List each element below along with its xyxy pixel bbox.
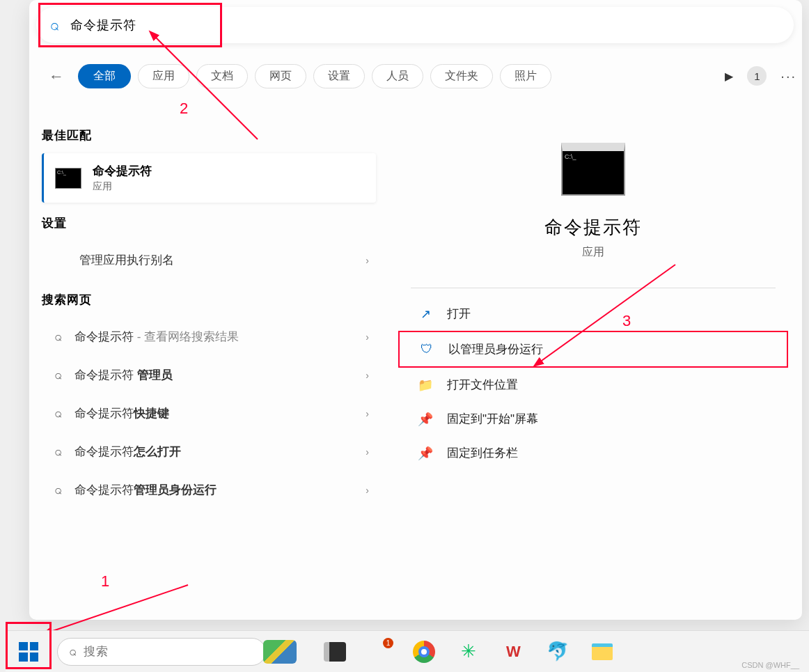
web-result-4[interactable]: ⌕ 命令提示符管理员身份运行 › xyxy=(42,471,376,509)
top-right-controls: ▶ 1 ··· xyxy=(725,66,796,86)
back-arrow-icon[interactable]: ← xyxy=(49,68,64,86)
tab-web[interactable]: 网页 xyxy=(255,64,306,88)
settings-item-alias[interactable]: 管理应用执行别名 › xyxy=(42,241,376,279)
section-web: 搜索网页 xyxy=(42,292,376,308)
web-bold: 怎么打开 xyxy=(134,445,181,458)
web-prefix: 命令提示符 xyxy=(74,407,134,420)
wechat-icon[interactable]: ✳ xyxy=(457,640,480,664)
taskbar-search[interactable]: ⌕ 搜索 xyxy=(57,638,266,666)
search-icon: ⌕ xyxy=(54,406,62,421)
web-result-3[interactable]: ⌕ 命令提示符怎么打开 › xyxy=(42,432,376,471)
play-icon[interactable]: ▶ xyxy=(725,70,733,83)
firefox-icon[interactable]: 1 xyxy=(368,640,391,664)
shield-icon: 🛡 xyxy=(419,342,434,357)
dolphin-icon[interactable]: 🐬 xyxy=(546,640,570,664)
cmd-icon-large xyxy=(561,143,625,196)
tab-all[interactable]: 全部 xyxy=(78,64,131,88)
chevron-right-icon: › xyxy=(366,255,369,266)
action-pin-taskbar[interactable]: 📌 固定到任务栏 xyxy=(398,436,788,470)
web-bold: 管理员身份运行 xyxy=(134,483,217,497)
settings-item-text: 管理应用执行别名 xyxy=(79,252,174,268)
web-result-2[interactable]: ⌕ 命令提示符快捷键 › xyxy=(42,394,376,432)
search-icon: ⌕ xyxy=(54,329,62,344)
taskbar-widget-icon[interactable] xyxy=(263,640,297,664)
tab-folders[interactable]: 文件夹 xyxy=(430,64,493,88)
tab-people[interactable]: 人员 xyxy=(372,64,423,88)
notification-badge: 1 xyxy=(383,638,393,648)
web-suffix: - 查看网络搜索结果 xyxy=(134,330,239,343)
search-icon: ⌕ xyxy=(54,368,62,382)
start-button[interactable] xyxy=(10,635,47,669)
chevron-right-icon: › xyxy=(366,446,369,458)
search-icon: ⌕ xyxy=(50,16,59,34)
taskbar: ⌕ 搜索 1 ✳ W 🐬 xyxy=(6,630,809,672)
taskbar-apps: 1 ✳ W 🐬 xyxy=(323,640,614,664)
best-match-title: 命令提示符 xyxy=(93,163,152,179)
web-result-0[interactable]: ⌕ 命令提示符 - 查看网络搜索结果 › xyxy=(42,318,376,356)
taskbar-search-placeholder: 搜索 xyxy=(84,643,109,659)
action-run-admin[interactable]: 🛡 以管理员身份运行 xyxy=(398,331,788,368)
search-icon: ⌕ xyxy=(54,444,62,459)
action-open[interactable]: ↗ 打开 xyxy=(398,297,788,331)
web-prefix: 命令提示符 xyxy=(74,445,134,458)
cmd-icon xyxy=(55,168,81,189)
action-pin-start[interactable]: 📌 固定到"开始"屏幕 xyxy=(398,402,788,436)
action-label: 打开文件位置 xyxy=(447,377,518,393)
windows-logo-icon xyxy=(19,642,38,662)
more-icon[interactable]: ··· xyxy=(780,68,796,84)
web-prefix: 命令提示符 xyxy=(74,330,134,343)
account-badge[interactable]: 1 xyxy=(747,66,767,86)
folder-icon: 📁 xyxy=(418,377,433,393)
open-icon: ↗ xyxy=(418,306,433,322)
section-settings: 设置 xyxy=(42,215,376,231)
action-label: 打开 xyxy=(447,306,471,322)
search-bar[interactable]: ⌕ xyxy=(36,7,794,43)
action-label: 固定到"开始"屏幕 xyxy=(447,411,538,427)
action-label: 固定到任务栏 xyxy=(447,445,518,461)
search-icon: ⌕ xyxy=(69,644,77,659)
app-title: 命令提示符 xyxy=(544,215,642,240)
tab-docs[interactable]: 文档 xyxy=(196,64,248,88)
chevron-right-icon: › xyxy=(366,370,369,381)
chevron-right-icon: › xyxy=(366,408,369,419)
wps-icon[interactable]: W xyxy=(501,640,525,664)
best-match-subtitle: 应用 xyxy=(93,180,152,193)
app-subtitle: 应用 xyxy=(582,245,604,260)
watermark: CSDN @WHF__ xyxy=(741,661,799,669)
search-icon: ⌕ xyxy=(54,483,62,497)
action-open-location[interactable]: 📁 打开文件位置 xyxy=(398,368,788,402)
best-match-item[interactable]: 命令提示符 应用 xyxy=(42,153,376,203)
web-prefix: 命令提示符 xyxy=(74,483,134,497)
pin-icon: 📌 xyxy=(418,412,433,427)
pin-icon: 📌 xyxy=(418,446,433,461)
app-preview: 命令提示符 应用 xyxy=(398,143,788,260)
tab-apps[interactable]: 应用 xyxy=(138,64,189,88)
web-bold: 快捷键 xyxy=(134,407,169,420)
section-best-match: 最佳匹配 xyxy=(42,127,376,143)
chrome-icon[interactable] xyxy=(412,640,436,664)
results-column: 最佳匹配 命令提示符 应用 设置 管理应用执行别名 › 搜索网页 ⌕ 命令提示符… xyxy=(42,115,376,509)
detail-column: 命令提示符 应用 ↗ 打开 🛡 以管理员身份运行 📁 打开文件位置 📌 固定到"… xyxy=(398,108,788,470)
web-prefix: 命令提示符 xyxy=(74,368,137,382)
web-result-1[interactable]: ⌕ 命令提示符 管理员 › xyxy=(42,356,376,394)
tab-settings[interactable]: 设置 xyxy=(313,64,365,88)
action-label: 以管理员身份运行 xyxy=(448,341,543,357)
web-bold: 管理员 xyxy=(137,368,173,382)
search-input[interactable] xyxy=(70,18,780,33)
chevron-right-icon: › xyxy=(366,331,369,343)
tab-photos[interactable]: 照片 xyxy=(500,64,551,88)
filter-tabs: ← 全部 应用 文档 网页 设置 人员 文件夹 照片 xyxy=(49,64,551,88)
chevron-right-icon: › xyxy=(366,485,369,496)
explorer-icon[interactable] xyxy=(590,640,614,664)
divider xyxy=(411,288,776,288)
taskview-icon[interactable] xyxy=(323,640,347,664)
